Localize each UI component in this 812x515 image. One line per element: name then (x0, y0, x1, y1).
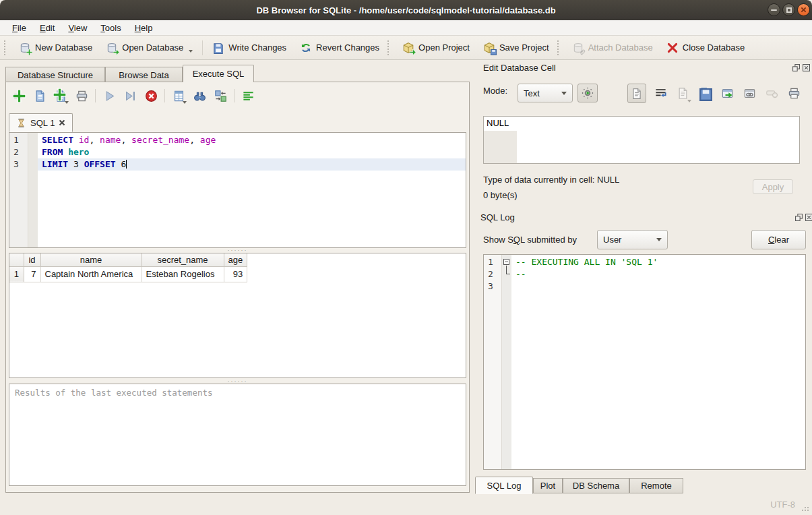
mode-combobox[interactable]: Text (518, 84, 573, 102)
sql-code-area[interactable]: SELECT id, name, secret_name, ageFROM he… (38, 133, 466, 247)
close-dock-icon[interactable] (803, 64, 810, 71)
cell-age[interactable]: 93 (224, 266, 247, 282)
db-browser-window: DB Browser for SQLite - /home/user/code/… (0, 0, 812, 515)
cell-editor-gutter (484, 131, 517, 163)
cell-name[interactable]: Captain North America (40, 266, 142, 282)
menu-edit[interactable]: Edit (33, 22, 61, 34)
corner-header[interactable] (9, 253, 24, 266)
dock-tab-db-schema[interactable]: DB Schema (563, 478, 629, 493)
menu-file[interactable]: File (5, 22, 33, 34)
menu-help[interactable]: Help (128, 22, 160, 34)
open-external-icon (721, 87, 734, 100)
find-replace-button[interactable] (213, 88, 228, 103)
open-project-button[interactable]: Open Project (396, 39, 476, 57)
splitter-handle[interactable]: ······ (6, 379, 469, 383)
open-sql-tab-button[interactable] (11, 88, 26, 103)
export-results-button[interactable] (171, 88, 186, 103)
splitter-handle[interactable]: ······ (6, 248, 469, 252)
cell-size-info: 0 byte(s) (483, 190, 518, 200)
line-number: 1 (488, 256, 501, 268)
format-sql-button[interactable] (241, 88, 255, 103)
sql-editor[interactable]: 123 SELECT id, name, secret_name, ageFRO… (9, 132, 466, 248)
maximize-button[interactable] (782, 3, 795, 16)
print-cell-button[interactable] (786, 86, 802, 102)
stop-execution-button[interactable] (144, 88, 158, 103)
row-header[interactable]: 1 (9, 266, 24, 282)
column-header-id[interactable]: id (24, 253, 40, 266)
tab-browse-data[interactable]: Browse Data (105, 67, 183, 82)
save-project-button[interactable]: Save Project (476, 39, 556, 57)
cell-value-editor[interactable]: NULL (483, 116, 800, 164)
log-line[interactable]: -- (511, 268, 805, 280)
editor-line[interactable]: LIMIT 3 OFFSET 6 (38, 158, 466, 171)
log-line[interactable] (511, 280, 805, 293)
cell-id[interactable]: 7 (24, 266, 40, 282)
attach-database-button: Attach Database (565, 39, 660, 57)
column-header-name[interactable]: name (40, 253, 142, 266)
new-database-button[interactable]: New Database (12, 39, 99, 57)
dock-tab-sql-log[interactable]: SQL Log (475, 477, 533, 494)
attach-database-icon (572, 42, 584, 54)
minimize-button[interactable] (768, 3, 780, 16)
log-code-area[interactable]: -- EXECUTING ALL IN 'SQL 1'-- (511, 255, 805, 469)
window-title: DB Browser for SQLite - /home/user/code/… (256, 5, 555, 16)
cell-type-info: Type of data currently in cell: NULL (483, 175, 619, 185)
menu-tools[interactable]: Tools (94, 22, 127, 34)
word-wrap-button[interactable] (652, 86, 668, 102)
encoding-indicator[interactable]: UTF-8 (747, 499, 795, 510)
open-sql-file-button[interactable] (32, 88, 47, 103)
export-cell-button[interactable] (697, 86, 713, 102)
column-header-age[interactable]: age (224, 253, 247, 266)
fold-cell (502, 280, 511, 293)
toolbar-handle[interactable] (387, 40, 392, 55)
open-database-icon (106, 42, 118, 54)
dropdown-icon[interactable] (183, 101, 187, 104)
clear-log-button[interactable]: Clear (751, 230, 806, 249)
revert-changes-button[interactable]: Revert Changes (293, 39, 386, 57)
dock-tab-remote[interactable]: Remote (629, 478, 683, 493)
dropdown-icon[interactable] (65, 101, 69, 104)
open-external-button[interactable] (719, 86, 735, 102)
print-sql-button[interactable] (74, 88, 89, 103)
open-database-button[interactable]: Open Database (99, 39, 199, 57)
execution-results-message[interactable]: Results of the last executed statements (9, 384, 466, 486)
text-mode-button[interactable] (627, 84, 646, 103)
open-database-dropdown-icon[interactable] (189, 50, 193, 53)
sql-document-tab[interactable]: SQL 1 (9, 113, 73, 132)
log-filter-combobox[interactable]: User (597, 230, 668, 249)
close-database-button[interactable]: Close Database (660, 39, 752, 57)
maximize-icon (786, 7, 792, 13)
find-button[interactable] (192, 88, 207, 103)
toolbar-handle[interactable] (4, 40, 8, 55)
sql-log-editor[interactable]: 123 -- EXECUTING ALL IN 'SQL 1'-- (483, 254, 806, 470)
title-bar[interactable]: DB Browser for SQLite - /home/user/code/… (0, 0, 812, 20)
toolbar-handle[interactable] (557, 40, 561, 55)
close-dock-icon[interactable] (805, 214, 812, 221)
open-linked-button[interactable] (741, 86, 757, 102)
menu-view[interactable]: View (61, 22, 94, 34)
open-sql-file-tab-button[interactable] (53, 88, 68, 103)
table-row[interactable]: 1 7 Captain North America Esteban Rogeli… (9, 266, 247, 282)
line-number: 2 (488, 268, 501, 280)
write-changes-button[interactable]: Write Changes (206, 39, 293, 57)
fold-collapse-icon[interactable] (503, 259, 509, 265)
tab-database-structure[interactable]: Database Structure (5, 67, 105, 82)
dock-tab-plot[interactable]: Plot (533, 478, 563, 493)
log-line[interactable]: -- EXECUTING ALL IN 'SQL 1' (511, 256, 805, 268)
results-header-row: id name secret_name age (9, 253, 247, 266)
auto-apply-button[interactable] (577, 84, 598, 102)
cell-secret-name[interactable]: Esteban Rogelios (142, 266, 224, 282)
tab-execute-sql[interactable]: Execute SQL (183, 65, 254, 82)
execute-all-button[interactable] (102, 88, 117, 103)
sql-toolbar (11, 88, 255, 103)
editor-line[interactable]: SELECT id, name, secret_name, age (38, 134, 466, 146)
results-grid[interactable]: id name secret_name age 1 7 Captain Nort… (9, 253, 247, 282)
editor-line[interactable]: FROM hero (38, 146, 466, 158)
close-button[interactable] (797, 3, 810, 16)
close-tab-icon[interactable] (59, 119, 65, 126)
float-dock-icon[interactable] (795, 214, 803, 221)
execute-line-button[interactable] (123, 88, 137, 103)
column-header-secret-name[interactable]: secret_name (142, 253, 224, 266)
float-dock-icon[interactable] (792, 64, 800, 71)
resize-grip-icon[interactable] (805, 507, 806, 508)
